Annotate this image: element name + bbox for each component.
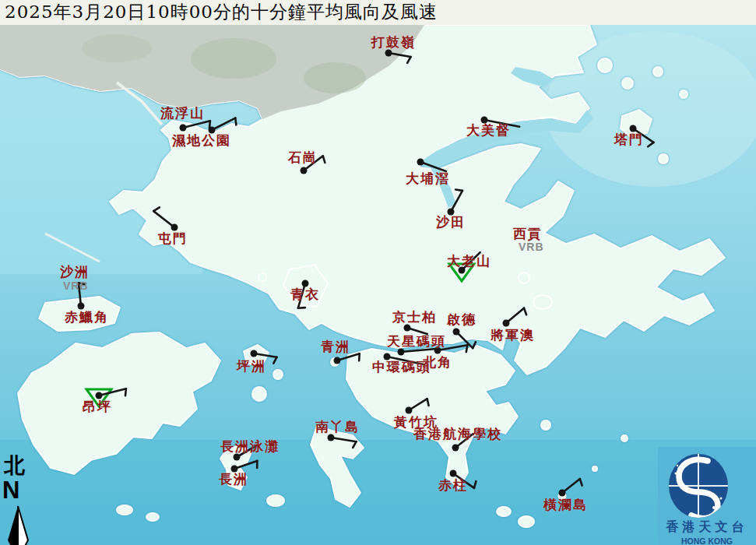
station-label-shek-kong: 石崗: [288, 151, 318, 165]
logo-name-zh: 香港天文台: [658, 519, 756, 536]
south-sea-water: [0, 440, 756, 545]
station-label-ta-kwu-ling: 打鼓嶺: [371, 36, 416, 50]
station-label-tuen-mun: 屯門: [158, 232, 188, 246]
station-label-lau-fau-shan: 流浮山: [160, 107, 205, 121]
urban-hill-3: [82, 34, 152, 62]
north-letter-label: N: [2, 476, 37, 505]
island-sharp: [519, 272, 529, 283]
station-label-green-island: 青洲: [321, 340, 350, 354]
island-hei-ling-chau: [252, 387, 266, 401]
island-double-haven-4: [680, 90, 687, 98]
north-hanzi-label: 北: [4, 452, 37, 480]
station-label-wetland-park: 濕地公園: [172, 134, 231, 148]
station-label-tates-cairn: 大老山: [447, 255, 491, 269]
station-label-sha-tin: 沙田: [436, 216, 466, 230]
station-label-star-ferry: 天星碼頭: [387, 335, 446, 349]
hong-kong-map: [0, 0, 756, 545]
wind-map-screen: 打鼓嶺流浮山濕地公園石崗大美督塔門大埔滘沙田西貢VRB大老山沙洲VRB赤鱲角屯門…: [0, 0, 756, 545]
island-port: [659, 154, 668, 164]
station-label-sha-chau: 沙洲: [60, 265, 90, 280]
station-label-kings-park: 京士柏: [392, 311, 437, 325]
station-label-ngong-ping: 昂坪: [83, 400, 112, 414]
island-po-toi-2: [519, 516, 534, 527]
station-label-central-pier: 中環碼頭: [372, 360, 431, 374]
station-label-waglan-island: 橫瀾島: [543, 498, 588, 512]
station-label-stanley: 赤柱: [438, 479, 468, 493]
island-tung-lung: [541, 420, 550, 430]
island-ninepin-1: [621, 435, 628, 441]
island-po-toi-1: [497, 507, 511, 516]
urban-hill-2: [304, 62, 366, 93]
station-label-lamma-island: 南丫島: [315, 420, 360, 434]
island-sunshine: [273, 370, 283, 379]
vrb-label-sha-chau: VRB: [63, 280, 89, 291]
logo-inner: [668, 453, 729, 519]
island-double-haven-1: [598, 58, 612, 72]
station-label-tap-mun: 塔門: [614, 133, 644, 147]
station-label-hk-sea-school: 香港航海學校: [413, 427, 502, 441]
island-soko-2: [146, 513, 159, 521]
station-label-peng-chau: 坪洲: [237, 360, 266, 374]
station-label-kai-tak: 啟德: [447, 313, 476, 327]
island-double-haven-3: [653, 67, 663, 76]
island-ninepin-2: [592, 466, 597, 471]
logo-name-en: HONG KONG OBSERVATORY: [658, 536, 756, 545]
vrb-label-sai-kung: VRB: [519, 241, 544, 252]
station-label-cheung-chau-beach: 長洲泳灘: [220, 440, 280, 454]
station-label-sai-kung: 西貢: [513, 227, 543, 241]
station-label-tsing-yi: 青衣: [290, 288, 320, 302]
north-arrow-icon: [2, 505, 37, 545]
map-title: 2025年3月20日10時00分的十分鐘平均風向及風速: [0, 0, 756, 25]
urban-hill-1: [191, 38, 276, 79]
station-label-tseung-kwan-o: 將軍澳: [491, 329, 535, 343]
north-arrow-left-half: [8, 506, 18, 545]
hko-logo-icon: [658, 447, 756, 519]
station-label-tai-po-kau: 大埔滘: [406, 172, 450, 186]
island-green-island: [331, 358, 339, 366]
station-label-chek-lap-kok: 赤鱲角: [65, 311, 109, 325]
north-arrow-right-half: [18, 506, 28, 545]
island-soko-1: [117, 505, 132, 515]
island-shek-kwu-chau: [267, 495, 284, 506]
island-double-haven-2: [622, 78, 633, 89]
island-ma-wan: [258, 273, 266, 281]
hko-logo: 香港天文台 HONG KONG OBSERVATORY: [658, 447, 756, 545]
north-compass: 北 N: [2, 452, 37, 545]
station-label-tai-mei-tuk: 大美督: [466, 124, 511, 138]
island-kau-sai: [533, 295, 552, 309]
station-label-cheung-chau: 長洲: [219, 473, 248, 487]
